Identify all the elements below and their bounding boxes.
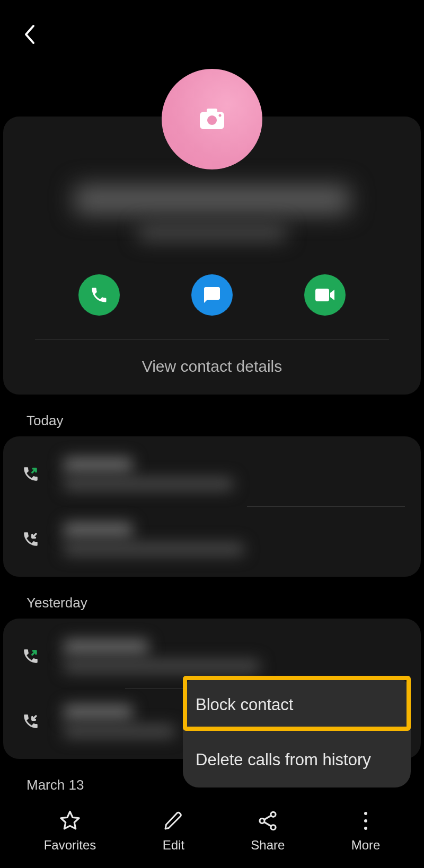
- phone-icon: [90, 285, 109, 305]
- call-row[interactable]: [19, 632, 405, 680]
- call-text: [64, 523, 405, 556]
- section-label-today: Today: [26, 413, 424, 429]
- svg-point-11: [364, 819, 367, 822]
- svg-point-10: [364, 812, 367, 815]
- call-desc-blurred: [64, 543, 244, 556]
- menu-delete-history[interactable]: Delete calls from history: [183, 732, 411, 788]
- svg-rect-4: [315, 289, 329, 301]
- avatar[interactable]: [162, 69, 262, 169]
- svg-point-7: [271, 825, 276, 830]
- nav-label: Share: [251, 838, 285, 853]
- bottom-nav: Favorites Edit Share More: [0, 794, 424, 868]
- call-time-blurred: [64, 458, 132, 472]
- svg-rect-1: [207, 109, 217, 114]
- chevron-left-icon: [23, 24, 35, 44]
- nav-label: Edit: [163, 838, 184, 853]
- nav-label: Favorites: [44, 838, 96, 853]
- svg-point-2: [207, 115, 217, 125]
- nav-edit[interactable]: Edit: [163, 809, 184, 853]
- nav-favorites[interactable]: Favorites: [44, 809, 96, 853]
- call-row[interactable]: [19, 450, 405, 498]
- svg-point-6: [260, 818, 264, 823]
- camera-icon: [199, 109, 225, 130]
- outgoing-call-icon: [19, 647, 42, 665]
- back-button[interactable]: [21, 26, 37, 42]
- video-icon: [314, 288, 335, 302]
- call-time-blurred: [64, 705, 132, 720]
- svg-line-9: [264, 822, 271, 826]
- history-card-today: [3, 436, 421, 577]
- menu-block-contact[interactable]: Block contact: [183, 677, 411, 732]
- call-button[interactable]: [78, 274, 120, 316]
- view-contact-details[interactable]: View contact details: [3, 339, 421, 375]
- svg-point-3: [219, 114, 222, 117]
- call-text: [64, 458, 405, 490]
- share-icon: [257, 809, 279, 833]
- pencil-icon: [163, 809, 184, 833]
- call-desc-blurred: [64, 725, 175, 738]
- action-row: [3, 258, 421, 339]
- star-icon: [59, 809, 81, 833]
- context-menu: Block contact Delete calls from history: [183, 677, 411, 788]
- message-icon: [202, 285, 222, 305]
- contact-subline-blurred: [138, 225, 286, 240]
- nav-share[interactable]: Share: [251, 809, 285, 853]
- call-row[interactable]: [19, 515, 405, 563]
- row-separator: [247, 506, 405, 507]
- message-button[interactable]: [191, 274, 233, 316]
- svg-point-5: [271, 812, 276, 817]
- call-desc-blurred: [64, 478, 233, 490]
- svg-line-8: [264, 816, 271, 820]
- call-time-blurred: [64, 523, 132, 538]
- incoming-call-icon: [19, 530, 42, 548]
- nav-label: More: [351, 838, 381, 853]
- call-text: [64, 640, 405, 673]
- svg-point-12: [364, 827, 367, 830]
- incoming-call-icon: [19, 712, 42, 730]
- video-call-button[interactable]: [304, 274, 346, 316]
- outgoing-call-icon: [19, 465, 42, 483]
- call-desc-blurred: [64, 660, 260, 673]
- avatar-wrap: [0, 69, 424, 169]
- contact-name-area: [3, 185, 421, 258]
- contact-name-blurred: [74, 185, 350, 214]
- nav-more[interactable]: More: [351, 809, 381, 853]
- more-vertical-icon: [363, 809, 369, 833]
- section-label-yesterday: Yesterday: [26, 595, 424, 611]
- call-time-blurred: [64, 640, 148, 655]
- header: [0, 0, 424, 69]
